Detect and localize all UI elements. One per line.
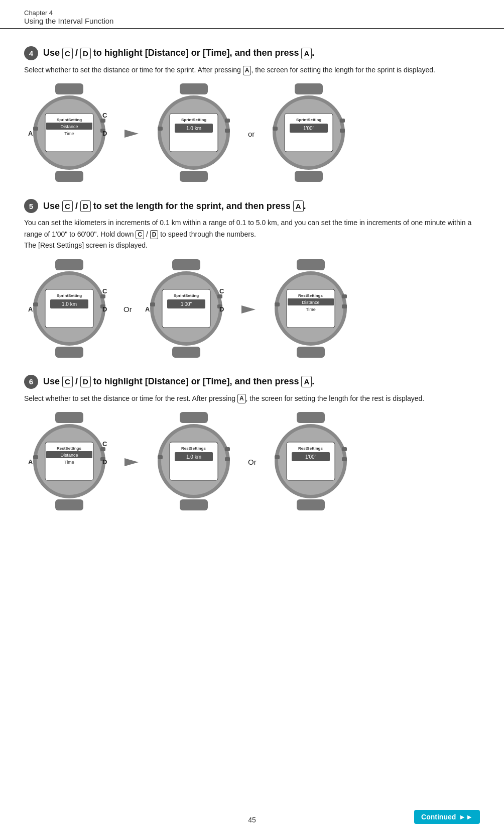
svg-rect-102 [180, 412, 208, 423]
svg-text:1.0 km: 1.0 km [62, 301, 77, 307]
svg-rect-82 [342, 304, 347, 308]
arrow-5-1 [236, 297, 261, 322]
svg-rect-25 [225, 119, 230, 123]
watch-svg-5-1: SprintSetting 1.0 km ✳ C D A [24, 258, 114, 359]
svg-text:1.0 km: 1.0 km [186, 454, 201, 460]
key-a-2: A [293, 200, 304, 212]
svg-rect-39 [273, 127, 278, 131]
svg-rect-114 [297, 412, 325, 423]
svg-rect-57 [172, 347, 200, 358]
svg-rect-112 [158, 455, 163, 459]
watch-5-2: SprintSetting 1'00" ✳ C D A [141, 258, 231, 361]
page-number: 45 [24, 816, 480, 824]
svg-marker-16 [124, 130, 139, 138]
svg-marker-71 [241, 305, 256, 313]
svg-text:✳: ✳ [282, 292, 286, 297]
svg-text:1'00": 1'00" [181, 301, 192, 307]
step-6-heading: 6 Use C / D to highlight [Distance] or [… [24, 375, 480, 389]
svg-rect-9 [100, 119, 105, 123]
svg-text:RestSettings: RestSettings [298, 446, 323, 451]
step-4-heading-text: Use C / D to highlight [Distance] or [Ti… [43, 47, 314, 59]
watch-5-3: RestSettings Distance Time ✳ [266, 258, 356, 361]
svg-text:D: D [102, 130, 107, 137]
svg-rect-26 [225, 129, 230, 133]
svg-rect-37 [340, 119, 345, 123]
svg-rect-123 [342, 457, 347, 461]
step-5-body: You can set the kilometers in increments… [24, 217, 480, 251]
svg-text:1'00": 1'00" [303, 126, 315, 131]
svg-text:SprintSetting: SprintSetting [296, 118, 321, 122]
key-a-3: A [301, 376, 312, 387]
svg-text:✳: ✳ [40, 292, 44, 297]
svg-text:✳: ✳ [40, 445, 44, 450]
key-a-inline-3: A [237, 394, 246, 403]
svg-text:✳: ✳ [165, 445, 169, 450]
step-5-heading: 5 Use C / D to set the length for the sp… [24, 199, 480, 213]
step-6-watch-row: RestSettings Distance Time ✳ C D A [24, 411, 480, 513]
svg-rect-18 [180, 171, 208, 182]
svg-text:Time: Time [306, 307, 316, 312]
svg-rect-49 [100, 294, 105, 298]
svg-rect-38 [340, 129, 345, 133]
svg-rect-41 [55, 259, 83, 270]
watch-6-1: RestSettings Distance Time ✳ C D A [24, 411, 114, 513]
watch-svg-4-3: SprintSetting 1'00" ✳ [264, 82, 354, 183]
watch-5-1: SprintSetting 1.0 km ✳ C D A [24, 258, 114, 361]
svg-text:A: A [145, 305, 150, 313]
svg-text:SprintSetting: SprintSetting [181, 118, 206, 122]
step-4-body: Select whether to set the distance or ti… [24, 64, 480, 75]
key-c-2: C [62, 200, 73, 212]
svg-text:D: D [102, 305, 107, 313]
step-4-block: 4 Use C / D to highlight [Distance] or [… [24, 46, 480, 185]
step-5-heading-text: Use C / D to set the length for the spri… [43, 200, 306, 213]
svg-text:A: A [28, 130, 33, 137]
svg-text:Distance: Distance [60, 124, 78, 129]
continued-label: Continued [421, 813, 456, 821]
watch-svg-5-3: RestSettings Distance Time ✳ [266, 258, 356, 359]
svg-text:A: A [28, 305, 33, 313]
svg-text:✳: ✳ [165, 116, 169, 122]
svg-rect-103 [180, 499, 208, 510]
arrow-4-1 [119, 122, 144, 146]
svg-rect-73 [297, 347, 325, 358]
svg-text:C: C [219, 287, 224, 295]
watch-svg-6-3: RestSettings 1'00" ✳ [266, 411, 356, 511]
svg-text:✳: ✳ [280, 116, 284, 122]
svg-text:SprintSetting: SprintSetting [57, 118, 82, 122]
svg-rect-42 [55, 347, 83, 358]
svg-text:1.0 km: 1.0 km [186, 126, 201, 131]
svg-rect-86 [55, 499, 83, 510]
svg-rect-111 [225, 457, 230, 461]
svg-rect-81 [342, 294, 347, 298]
svg-rect-51 [33, 302, 38, 306]
key-c-inline-2: C [136, 230, 144, 240]
continued-button[interactable]: Continued ►► [414, 810, 480, 824]
svg-rect-66 [150, 302, 155, 306]
svg-rect-96 [33, 455, 38, 459]
svg-text:RestSettings: RestSettings [181, 446, 206, 451]
svg-rect-115 [297, 499, 325, 510]
step-6-heading-text: Use C / D to highlight [Distance] or [Ti… [43, 376, 314, 388]
watch-4-2: SprintSetting 1.0 km ✳ [149, 82, 239, 185]
key-c-1: C [62, 48, 73, 59]
svg-text:1'00": 1'00" [305, 454, 317, 460]
continued-arrows-icon: ►► [459, 813, 473, 821]
svg-text:D: D [219, 305, 224, 313]
key-c-3: C [62, 376, 73, 387]
svg-text:C: C [102, 287, 107, 295]
step-4-number: 4 [24, 46, 38, 60]
watch-svg-4-2: SprintSetting 1.0 km ✳ [149, 82, 239, 183]
step-5-number: 5 [24, 199, 38, 213]
page-footer: 45 Continued ►► [0, 816, 504, 824]
step-4-heading: 4 Use C / D to highlight [Distance] or [… [24, 46, 480, 60]
or-text-5: Or [123, 305, 132, 313]
svg-rect-124 [275, 455, 280, 459]
header-divider [0, 29, 504, 29]
step-5-block: 5 Use C / D to set the length for the sp… [24, 199, 480, 360]
svg-rect-94 [100, 447, 105, 451]
step-6-block: 6 Use C / D to highlight [Distance] or [… [24, 375, 480, 513]
svg-text:✳: ✳ [157, 292, 161, 297]
watch-6-2: RestSettings 1.0 km ✳ [149, 411, 239, 513]
svg-marker-101 [124, 458, 139, 466]
step-5-watch-row: SprintSetting 1.0 km ✳ C D A Or [24, 258, 480, 361]
